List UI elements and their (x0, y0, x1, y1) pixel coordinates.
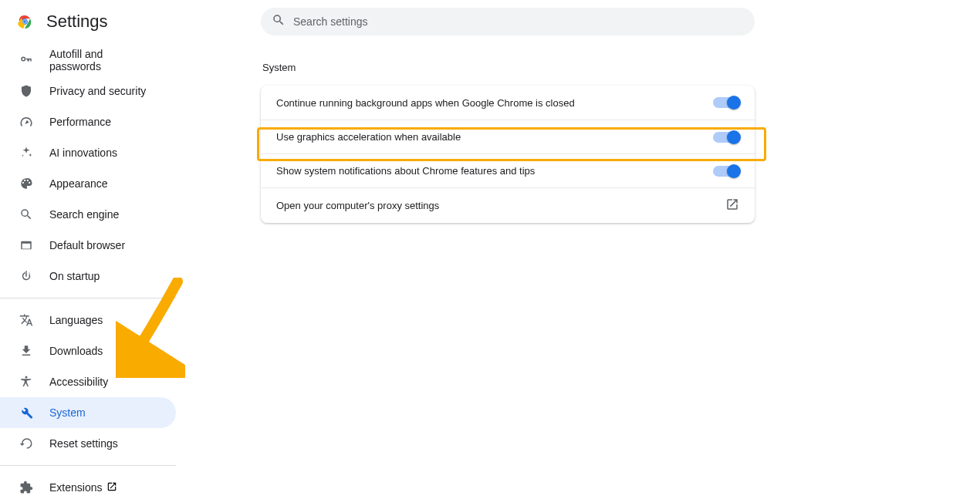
sidebar-item-label: Search engine (49, 208, 119, 221)
svg-point-3 (23, 20, 26, 23)
key-icon (19, 52, 34, 68)
sidebar-item-label: On startup (49, 270, 100, 282)
sidebar-divider (0, 298, 176, 298)
translate-icon (19, 312, 34, 328)
sidebar-item-performance[interactable]: Performance (0, 106, 176, 137)
open-in-new-icon (106, 481, 117, 494)
palette-icon (19, 176, 34, 191)
setting-label: Use graphics acceleration when available (276, 131, 461, 143)
accessibility-icon (19, 374, 34, 389)
page-title: Settings (46, 12, 108, 32)
search-settings-field[interactable] (261, 8, 755, 35)
power-icon (19, 268, 34, 284)
sidebar-item-system[interactable]: System (0, 397, 176, 428)
sidebar-item-appearance[interactable]: Appearance (0, 168, 176, 199)
settings-sidebar[interactable]: Autofill and passwords Privacy and secur… (0, 43, 176, 499)
open-in-new-icon (725, 197, 739, 214)
sparkles-icon (19, 145, 34, 160)
setting-label: Continue running background apps when Go… (276, 97, 575, 109)
setting-row-graphics-accel: Use graphics acceleration when available (261, 120, 755, 153)
setting-label: Open your computer's proxy settings (276, 200, 439, 211)
chrome-logo-icon (15, 12, 34, 31)
sidebar-item-extensions[interactable]: Extensions (0, 472, 176, 499)
sidebar-item-label: Reset settings (49, 437, 118, 450)
sidebar-item-accessibility[interactable]: Accessibility (0, 366, 176, 397)
sidebar-item-reset[interactable]: Reset settings (0, 428, 176, 459)
sidebar-item-label: Autofill and passwords (49, 48, 157, 72)
setting-row-background-apps: Continue running background apps when Go… (261, 86, 755, 120)
sidebar-item-autofill[interactable]: Autofill and passwords (0, 45, 176, 76)
sidebar-item-label: Extensions (49, 481, 102, 494)
system-settings-section: System Continue running background apps … (261, 62, 755, 223)
setting-label: Show system notifications about Chrome f… (276, 165, 535, 177)
sidebar-item-languages[interactable]: Languages (0, 305, 176, 335)
wrench-icon (19, 405, 34, 420)
browser-icon (19, 238, 34, 253)
restore-icon (19, 436, 34, 451)
sidebar-item-downloads[interactable]: Downloads (0, 335, 176, 366)
search-icon (272, 13, 286, 30)
sidebar-item-label: Accessibility (49, 376, 108, 388)
sidebar-item-ai[interactable]: AI innovations (0, 137, 176, 168)
shield-icon (19, 83, 34, 99)
toggle-notifications[interactable] (713, 166, 739, 177)
sidebar-item-label: Privacy and security (49, 85, 146, 97)
download-icon (19, 343, 34, 359)
sidebar-item-on-startup[interactable]: On startup (0, 261, 176, 292)
sidebar-item-label: Appearance (49, 177, 108, 190)
sidebar-divider (0, 465, 176, 466)
settings-card: Continue running background apps when Go… (261, 86, 755, 223)
setting-row-proxy-link[interactable]: Open your computer's proxy settings (261, 187, 755, 223)
sidebar-item-label: Downloads (49, 345, 103, 357)
search-input[interactable] (293, 15, 744, 28)
sidebar-item-label: AI innovations (49, 147, 117, 159)
sidebar-item-label: System (49, 406, 86, 419)
sidebar-item-privacy[interactable]: Privacy and security (0, 76, 176, 106)
section-title: System (261, 62, 755, 73)
speedometer-icon (19, 114, 34, 130)
sidebar-item-default-browser[interactable]: Default browser (0, 230, 176, 261)
sidebar-item-label: Languages (49, 314, 103, 326)
sidebar-item-search-engine[interactable]: Search engine (0, 199, 176, 230)
sidebar-item-label: Performance (49, 116, 111, 128)
setting-row-notifications: Show system notifications about Chrome f… (261, 153, 755, 187)
sidebar-item-label: Default browser (49, 239, 125, 251)
extension-icon (19, 480, 34, 495)
toggle-graphics-accel[interactable] (713, 132, 739, 143)
toggle-background-apps[interactable] (713, 97, 739, 108)
search-icon (19, 207, 34, 222)
